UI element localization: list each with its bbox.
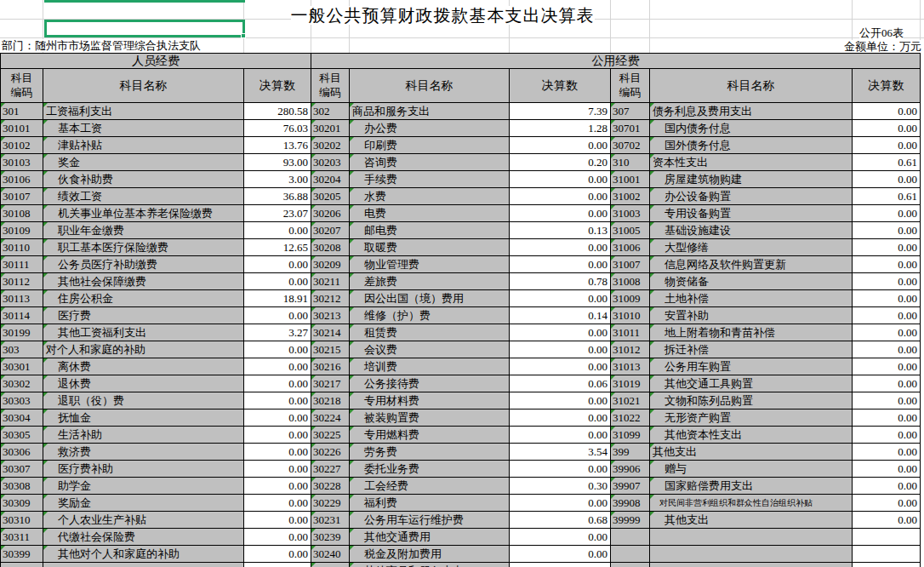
cell-name[interactable]: 水费 [350, 188, 510, 205]
cell-value[interactable]: 18.91 [244, 290, 311, 307]
cell-name[interactable]: 劳务费 [350, 444, 510, 461]
cell-name[interactable]: 国内债务付息 [650, 120, 853, 137]
cell-name[interactable]: 国外债务付息 [650, 137, 853, 154]
cell-code[interactable]: 30207 [311, 222, 350, 239]
cell-name[interactable]: 维修（护）费 [350, 307, 510, 324]
cell-value[interactable]: 3.54 [510, 444, 611, 461]
cell-value[interactable]: 0.00 [510, 427, 611, 444]
cell-code[interactable]: 30310 [1, 512, 43, 529]
cell-value[interactable]: 0.00 [510, 529, 611, 546]
cell-code[interactable]: 30205 [311, 188, 350, 205]
cell-value[interactable]: 13.76 [244, 137, 311, 154]
cell-code[interactable]: 30103 [1, 154, 43, 171]
cell-code[interactable]: 30231 [311, 512, 350, 529]
cell-name[interactable]: 退职（役）费 [43, 392, 244, 410]
cell-code[interactable]: 30240 [311, 546, 350, 563]
cell-name[interactable]: 物业管理费 [350, 256, 510, 273]
cell-value[interactable] [244, 563, 311, 567]
cell-name[interactable]: 办公费 [350, 120, 510, 137]
cell-name[interactable]: 被装购置费 [350, 410, 510, 427]
cell-value[interactable]: 1.28 [510, 120, 611, 137]
cell-name[interactable]: 对民间非营利组织和群众性自治组织补贴 [650, 495, 853, 512]
cell-value[interactable]: 0.00 [244, 273, 311, 290]
cell-code[interactable]: 31019 [611, 375, 650, 392]
cell-code[interactable]: 303 [1, 341, 43, 358]
cell-code[interactable]: 30211 [311, 273, 350, 290]
cell-name[interactable]: 其他工资福利支出 [43, 324, 244, 341]
cell-code[interactable]: 31013 [611, 358, 650, 375]
cell-name[interactable]: 其他支出 [650, 512, 853, 529]
cell-name[interactable]: 津贴补贴 [43, 137, 244, 154]
cell-value[interactable]: 0.00 [244, 546, 311, 563]
cell-value[interactable]: 0.00 [510, 256, 611, 273]
cell-value[interactable]: 0.00 [853, 120, 921, 137]
header-cell-name[interactable]: 科目名称 [650, 69, 853, 103]
cell-code[interactable]: 30102 [1, 137, 43, 154]
cell-value[interactable] [853, 563, 921, 567]
cell-code[interactable] [1, 563, 43, 567]
cell-name[interactable]: 退休费 [43, 375, 244, 392]
cell-name[interactable]: 地上附着物和青苗补偿 [650, 324, 853, 341]
cell-value[interactable]: 0.30 [510, 478, 611, 495]
cell-name[interactable]: 对个人和家庭的补助 [43, 341, 244, 358]
cell-code[interactable]: 31002 [611, 188, 650, 205]
cell-name[interactable]: 债务利息及费用支出 [650, 103, 853, 120]
header-cell-name[interactable]: 科目名称 [350, 69, 510, 103]
cell-code[interactable]: 30216 [311, 358, 350, 375]
cell-code[interactable]: 30305 [1, 427, 43, 444]
cell-name[interactable]: 其他商品和服务支出 [350, 563, 510, 567]
cell-code[interactable]: 30108 [1, 205, 43, 222]
cell-name[interactable]: 手续费 [350, 171, 510, 188]
cell-code[interactable]: 31022 [611, 410, 650, 427]
cell-name[interactable]: 专用材料费 [350, 392, 510, 410]
cell-value[interactable]: 23.07 [244, 205, 311, 222]
cell-code[interactable]: 302 [311, 103, 350, 120]
cell-code[interactable]: 30215 [311, 341, 350, 358]
cell-code[interactable]: 30306 [1, 444, 43, 461]
cell-name[interactable]: 土地补偿 [650, 290, 853, 307]
cell-name[interactable]: 公务用车运行维护费 [350, 512, 510, 529]
cell-code[interactable]: 31007 [611, 256, 650, 273]
cell-name[interactable]: 培训费 [350, 358, 510, 375]
cell-code[interactable]: 30304 [1, 410, 43, 427]
cell-value[interactable]: 0.00 [853, 273, 921, 290]
cell-code[interactable] [611, 563, 650, 567]
cell-name[interactable]: 医疗费补助 [43, 461, 244, 478]
cell-value[interactable]: 0.00 [244, 427, 311, 444]
cell-code[interactable] [611, 546, 650, 563]
cell-code[interactable]: 39906 [611, 461, 650, 478]
cell-name[interactable]: 其他社会保障缴费 [43, 273, 244, 290]
cell-code[interactable]: 30206 [311, 205, 350, 222]
cell-name[interactable]: 公务用车购置 [650, 358, 853, 375]
header-cell-value[interactable]: 决算数 [853, 69, 921, 103]
header-cell-code[interactable]: 科目编码 [311, 69, 350, 103]
cell-name[interactable]: 商品和服务支出 [350, 103, 510, 120]
cell-value[interactable]: 0.00 [510, 188, 611, 205]
cell-code[interactable]: 30209 [311, 256, 350, 273]
cell-name[interactable]: 奖励金 [43, 495, 244, 512]
cell-value[interactable]: 0.00 [510, 410, 611, 427]
cell-value[interactable]: 0.78 [510, 273, 611, 290]
cell-code[interactable]: 399 [611, 444, 650, 461]
cell-value[interactable] [853, 529, 921, 546]
cell-code[interactable]: 30311 [1, 529, 43, 546]
cell-value[interactable]: 0.00 [510, 392, 611, 410]
cell-code[interactable]: 30199 [1, 324, 43, 341]
cell-name[interactable]: 福利费 [350, 495, 510, 512]
cell-value[interactable]: 0.68 [510, 512, 611, 529]
header-cell-code[interactable]: 科目编码 [611, 69, 650, 103]
cell-value[interactable]: 0.00 [510, 239, 611, 256]
cell-code[interactable]: 30224 [311, 410, 350, 427]
cell-value[interactable]: 0.00 [244, 478, 311, 495]
header-cell-code[interactable]: 科目编码 [1, 69, 43, 103]
cell-value[interactable]: 0.00 [853, 495, 921, 512]
cell-code[interactable]: 30214 [311, 324, 350, 341]
cell-name[interactable]: 专用设备购置 [650, 205, 853, 222]
cell-code[interactable]: 30303 [1, 392, 43, 410]
cell-code[interactable]: 30217 [311, 375, 350, 392]
cell-value[interactable]: 3.27 [244, 324, 311, 341]
band-personnel-expenses[interactable]: 人员经费 [1, 54, 311, 69]
cell-name[interactable]: 公务接待费 [350, 375, 510, 392]
cell-name[interactable]: 奖金 [43, 154, 244, 171]
cell-code[interactable]: 30399 [1, 546, 43, 563]
